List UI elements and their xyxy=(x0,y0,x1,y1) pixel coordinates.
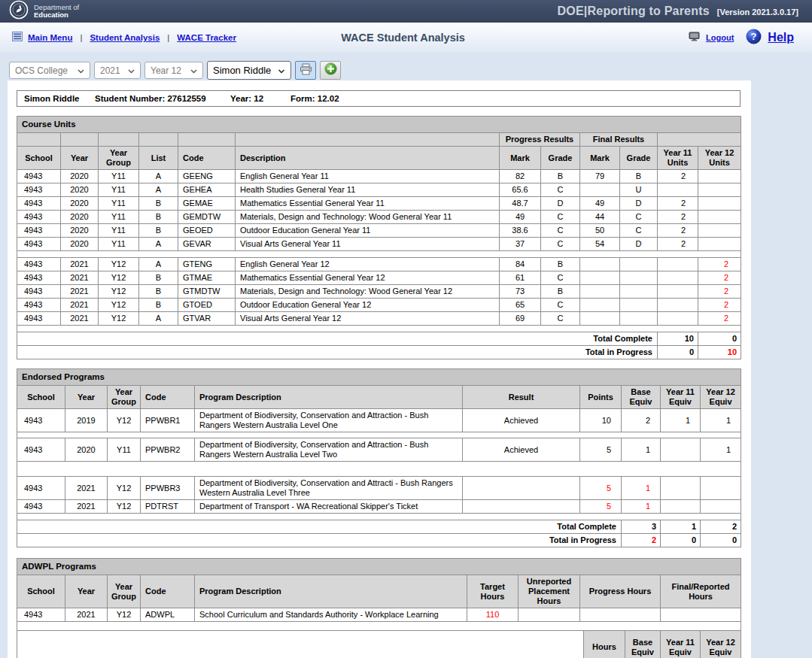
table-cell: C xyxy=(541,299,580,312)
table-cell: 1 xyxy=(622,438,661,462)
header-cell xyxy=(61,133,99,147)
nav-link-main-menu[interactable]: Main Menu xyxy=(28,33,72,42)
school-select[interactable]: OCS College xyxy=(9,62,90,79)
table-cell: 4943 xyxy=(17,211,61,224)
header-cell: Final/Reported Hours xyxy=(661,575,741,608)
add-button[interactable] xyxy=(320,61,341,80)
table-cell: Department of Biodiversity, Conservation… xyxy=(195,477,463,500)
year-group-select[interactable]: Year 12 xyxy=(144,62,203,79)
header-cell xyxy=(658,133,741,147)
table-row: 49432021Y12ADWPLSchool Curriculum and St… xyxy=(17,608,741,622)
content-panel: Simon Riddle Student Number: 27612559 Ye… xyxy=(8,80,751,658)
table-cell: B xyxy=(541,170,580,183)
table-cell: 2 xyxy=(698,285,741,299)
header-cell: Mark xyxy=(500,147,541,170)
table-cell: GEVAR xyxy=(178,238,236,251)
table-cell: 2021 xyxy=(65,500,108,514)
table-cell xyxy=(701,477,741,500)
totals-header-row: Hours Base Equiv Year 11 Equiv Year 12 E… xyxy=(17,631,741,658)
table-cell: Y12 xyxy=(108,608,141,622)
table-cell: PPWBR3 xyxy=(141,477,195,500)
chevron-down-icon xyxy=(278,65,285,76)
table-cell: GEOED xyxy=(178,224,236,238)
header-cell xyxy=(99,133,139,147)
table-cell: Y12 xyxy=(99,285,139,299)
student-select[interactable]: Simon Riddle xyxy=(207,61,291,80)
table-cell xyxy=(658,285,698,299)
table-cell: 48.7 xyxy=(500,197,541,211)
spacer-cell xyxy=(17,251,741,258)
table-row: 49432021Y12AGTENGEnglish General Year 12… xyxy=(17,258,741,271)
table-cell xyxy=(658,299,698,312)
table-cell xyxy=(658,312,698,326)
printer-icon xyxy=(300,63,312,78)
column-header-row: School Year Year Group Code Program Desc… xyxy=(17,386,741,409)
table-cell xyxy=(620,258,658,271)
spacer-row xyxy=(17,251,741,258)
table-cell: 2020 xyxy=(61,197,99,211)
table-cell: 2 xyxy=(658,224,698,238)
logo-text-line2: Education xyxy=(34,11,79,19)
table-cell: 79 xyxy=(580,170,620,183)
header-cell: Year xyxy=(65,386,108,409)
table-row: 49432019Y12PPWBR1Department of Biodivers… xyxy=(17,409,741,432)
table-cell: Department of Biodiversity, Conservation… xyxy=(195,438,463,462)
table-cell: PDTRST xyxy=(141,500,195,514)
table-cell: 5 xyxy=(580,477,622,500)
table-row: 49432021Y12BGTMAEMathematics Essential G… xyxy=(17,271,741,285)
table-cell: 2020 xyxy=(61,183,99,197)
table-cell: B xyxy=(139,271,178,285)
nav-link-wace-tracker[interactable]: WACE Tracker xyxy=(177,33,236,42)
logout-link[interactable]: Logout xyxy=(706,33,734,42)
table-cell: 1 xyxy=(661,409,701,432)
table-cell: Y12 xyxy=(99,258,139,271)
table-cell: Y11 xyxy=(99,170,139,183)
year-select-value: 2021 xyxy=(100,65,120,76)
menu-list-icon xyxy=(12,31,23,44)
table-cell: Y12 xyxy=(108,500,141,514)
section-title-row: ADWPL Programs xyxy=(17,559,741,575)
totals-value: 0 xyxy=(698,332,741,346)
table-cell: 2 xyxy=(622,409,661,432)
table-cell: Visual Arts General Year 11 xyxy=(236,238,500,251)
header-cell: Grade xyxy=(620,147,658,170)
table-cell: Y12 xyxy=(99,312,139,326)
table-cell xyxy=(701,500,741,514)
table-cell: GEHEA xyxy=(178,183,236,197)
table-cell: C xyxy=(541,183,580,197)
spacer-row xyxy=(17,514,741,520)
help-link[interactable]: Help xyxy=(768,31,794,44)
spacer-row xyxy=(17,432,741,438)
table-row: 49432020Y11AGEVARVisual Arts General Yea… xyxy=(17,238,741,251)
table-cell: 4943 xyxy=(17,170,61,183)
table-cell: Y11 xyxy=(99,183,139,197)
adwpl-totals-header-table: Hours Base Equiv Year 11 Equiv Year 12 E… xyxy=(17,630,741,658)
table-cell: 2021 xyxy=(61,258,99,271)
table-cell: 2020 xyxy=(65,438,108,462)
print-button[interactable] xyxy=(295,61,316,80)
table-cell: 2020 xyxy=(61,224,99,238)
totals-value: 10 xyxy=(658,332,698,346)
table-cell: Y12 xyxy=(108,477,141,500)
table-cell: 2020 xyxy=(61,170,99,183)
table-cell: English General Year 12 xyxy=(236,258,500,271)
nav-link-student-analysis[interactable]: Student Analysis xyxy=(90,33,160,42)
table-cell: 4943 xyxy=(17,238,61,251)
spacer-row xyxy=(17,622,741,631)
table-cell: 2020 xyxy=(61,238,99,251)
table-cell: Y12 xyxy=(99,271,139,285)
year-group-select-value: Year 12 xyxy=(151,65,181,76)
year-select[interactable]: 2021 xyxy=(94,62,141,79)
header-cell: Description xyxy=(236,147,500,170)
course-units-table: Course Units Progress Results Final Resu… xyxy=(17,116,741,359)
table-cell: 61 xyxy=(500,271,541,285)
table-cell xyxy=(661,477,701,500)
header-cell xyxy=(139,133,178,147)
table-cell xyxy=(658,258,698,271)
totals-label: Total in Progress xyxy=(17,346,658,359)
header-cell: Year 11 Equiv xyxy=(661,631,701,658)
table-cell: Health Studies General Year 11 xyxy=(236,183,500,197)
group-header-row: Progress Results Final Results xyxy=(17,133,741,147)
table-cell: Mathematics Essential General Year 11 xyxy=(236,197,500,211)
table-cell: 10 xyxy=(580,409,622,432)
